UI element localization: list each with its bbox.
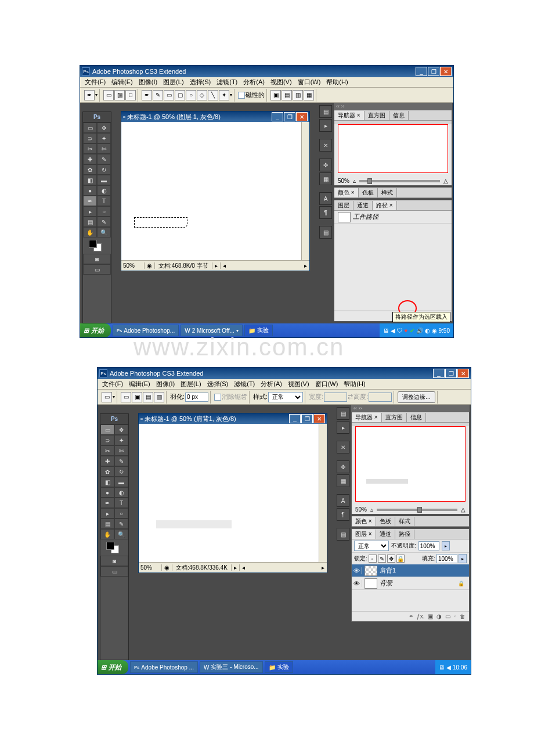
zoom-out-icon[interactable]: ▵ bbox=[353, 178, 356, 184]
tray-icon-2[interactable]: ◀ bbox=[446, 664, 451, 671]
ellipse-shape-icon[interactable]: ○ bbox=[186, 90, 196, 100]
eraser-tool[interactable]: ◧ bbox=[100, 477, 114, 487]
stamp-tool[interactable]: ✿ bbox=[100, 466, 114, 477]
eyedropper-tool[interactable]: ✎ bbox=[97, 217, 111, 227]
zoom-value[interactable]: 50% bbox=[121, 262, 145, 269]
menu-filter[interactable]: 滤镜(T) bbox=[232, 380, 257, 388]
canvas-close-button[interactable]: ✕ bbox=[296, 112, 308, 121]
gradient-tool[interactable]: ▬ bbox=[97, 175, 111, 185]
slice-tool[interactable]: ✄ bbox=[97, 143, 111, 154]
delete-layer-icon[interactable]: 🗑 bbox=[460, 613, 466, 620]
canvas-close-button[interactable]: ✕ bbox=[313, 414, 325, 423]
status-scroll-left[interactable]: ◂ bbox=[239, 564, 247, 571]
sub-sel-icon[interactable]: ▤ bbox=[143, 392, 153, 402]
channels-tab[interactable]: 通道 bbox=[376, 530, 395, 539]
zoom-value[interactable]: 50% bbox=[139, 564, 162, 571]
style-select[interactable]: 正常 bbox=[268, 392, 303, 402]
shape-layers-icon[interactable]: ▭ bbox=[103, 90, 114, 100]
minimize-button[interactable]: _ bbox=[416, 67, 427, 76]
path-intersect-icon[interactable]: ▥ bbox=[293, 90, 303, 100]
menu-analysis[interactable]: 分析(A) bbox=[241, 78, 267, 87]
channels-tab[interactable]: 通道 bbox=[353, 201, 373, 210]
color-tab[interactable]: 颜色 × bbox=[352, 517, 376, 526]
path-exclude-icon[interactable]: ▦ bbox=[304, 90, 314, 100]
dock-btn-8[interactable]: ▤ bbox=[337, 528, 349, 541]
menu-view[interactable]: 视图(V) bbox=[286, 380, 312, 388]
dock-btn-2[interactable]: ▸ bbox=[337, 421, 349, 434]
fill-pixels-icon[interactable]: □ bbox=[125, 90, 136, 100]
maximize-button[interactable]: ❐ bbox=[428, 67, 439, 76]
dock-btn-3[interactable]: ✕ bbox=[319, 139, 332, 152]
quickmask-tool[interactable]: ◙ bbox=[83, 254, 111, 264]
scrollbar-v[interactable] bbox=[301, 122, 309, 260]
adjustment-icon[interactable]: ◑ bbox=[436, 613, 442, 620]
eraser-tool[interactable]: ◧ bbox=[83, 175, 97, 185]
menu-image[interactable]: 图像(I) bbox=[154, 380, 177, 388]
swatches-tab[interactable]: 色板 bbox=[376, 517, 395, 526]
swatches-tab[interactable]: 色板 bbox=[359, 188, 378, 197]
screenmode-tool[interactable]: ▭ bbox=[83, 264, 111, 275]
menu-filter[interactable]: 滤镜(T) bbox=[214, 78, 240, 87]
blur-tool[interactable]: ● bbox=[100, 487, 114, 498]
pen-tool[interactable]: ✒ bbox=[100, 498, 114, 508]
status-arrow-icon[interactable]: ▸ bbox=[231, 564, 239, 571]
close-button[interactable]: ✕ bbox=[440, 67, 452, 76]
taskbar-app-photoshop[interactable]: PsAdobe Photoshop ... bbox=[130, 661, 198, 673]
visibility-icon[interactable]: 👁 bbox=[352, 567, 362, 574]
zoom-slider[interactable] bbox=[377, 509, 457, 511]
menu-select[interactable]: 选择(S) bbox=[205, 380, 231, 388]
navigator-preview[interactable] bbox=[355, 426, 466, 502]
color-swatches[interactable] bbox=[100, 539, 128, 556]
slice-tool[interactable]: ✄ bbox=[114, 445, 128, 456]
move-tool[interactable]: ✥ bbox=[97, 123, 111, 133]
new-sel-icon[interactable]: ▭ bbox=[121, 392, 131, 402]
menu-file[interactable]: 文件(F) bbox=[82, 78, 108, 87]
taskbar-app-word[interactable]: W实验三 - Microso... bbox=[200, 661, 263, 673]
menu-layer[interactable]: 图层(L) bbox=[161, 78, 186, 87]
group-icon[interactable]: ▭ bbox=[445, 613, 450, 620]
dock-btn-2[interactable]: ▸ bbox=[319, 119, 332, 132]
menu-window[interactable]: 窗口(W) bbox=[295, 78, 323, 87]
custom-shape-icon[interactable]: ✦ bbox=[219, 90, 229, 100]
path-select-tool[interactable]: ▸ bbox=[83, 206, 97, 217]
line-shape-icon[interactable]: ╲ bbox=[208, 90, 218, 100]
navigator-tab[interactable]: 导航器 × bbox=[334, 111, 365, 120]
lasso-tool[interactable]: ⊃ bbox=[83, 133, 97, 143]
layer-row-1[interactable]: 👁 肩背1 bbox=[352, 564, 469, 577]
rect-shape-icon[interactable]: ▭ bbox=[164, 90, 174, 100]
hand-tool[interactable]: ✋ bbox=[100, 529, 114, 539]
history-brush-tool[interactable]: ↻ bbox=[97, 164, 111, 175]
zoom-in-icon[interactable]: △ bbox=[461, 506, 466, 513]
dodge-tool[interactable]: ◐ bbox=[114, 487, 128, 498]
layers-tab[interactable]: 图层 × bbox=[352, 530, 376, 539]
gradient-tool[interactable]: ▬ bbox=[114, 477, 128, 487]
zoom-slider[interactable] bbox=[359, 180, 440, 182]
tray-icon-6[interactable]: 🔊 bbox=[416, 327, 423, 334]
menu-layer[interactable]: 图层(L) bbox=[178, 380, 203, 388]
screenmode-tool[interactable]: ▭ bbox=[100, 566, 128, 577]
int-sel-icon[interactable]: ▥ bbox=[154, 392, 164, 402]
height-input[interactable] bbox=[369, 393, 392, 402]
histogram-tab[interactable]: 直方图 bbox=[365, 111, 389, 120]
crop-tool[interactable]: ✂ bbox=[100, 445, 114, 456]
menu-image[interactable]: 图像(I) bbox=[136, 78, 160, 87]
dock-btn-4[interactable]: ✜ bbox=[319, 159, 332, 171]
menu-window[interactable]: 窗口(W) bbox=[313, 380, 341, 388]
lock-trans-icon[interactable]: ▫ bbox=[369, 555, 377, 563]
tray-icon-5[interactable]: ✔ bbox=[410, 327, 414, 334]
tray-icon-8[interactable]: ◉ bbox=[432, 327, 437, 334]
opacity-arrow-icon[interactable]: ▸ bbox=[442, 541, 450, 550]
feather-input[interactable] bbox=[185, 393, 208, 402]
menu-analysis[interactable]: 分析(A) bbox=[258, 380, 284, 388]
menu-view[interactable]: 视图(V) bbox=[268, 78, 294, 87]
canvas-max-button[interactable]: ❐ bbox=[284, 112, 295, 121]
fx-icon[interactable]: ƒx. bbox=[417, 613, 424, 620]
styles-tab[interactable]: 样式 bbox=[378, 188, 397, 197]
stamp-tool[interactable]: ✿ bbox=[83, 164, 97, 175]
brush-tool[interactable]: ✎ bbox=[97, 154, 111, 164]
navigator-preview[interactable] bbox=[338, 124, 448, 173]
start-button[interactable]: ⊞ 开始 bbox=[98, 660, 128, 674]
opacity-input[interactable] bbox=[418, 541, 439, 550]
dock-btn-6[interactable]: A bbox=[337, 494, 349, 507]
quickmask-tool[interactable]: ◙ bbox=[100, 556, 128, 566]
